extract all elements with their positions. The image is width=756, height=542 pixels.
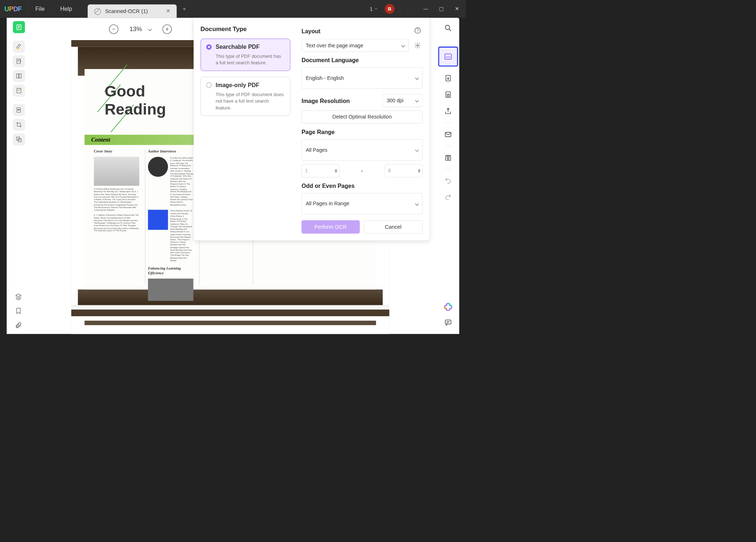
searchable-pdf-option[interactable]: Searchable PDF This type of PDF document… — [200, 39, 290, 71]
svg-rect-7 — [17, 74, 19, 78]
layout-select[interactable]: Text over the page image — [301, 39, 409, 52]
language-select[interactable]: English - English — [301, 67, 422, 89]
maximize-button[interactable]: ▢ — [437, 6, 446, 12]
help-button[interactable]: ? — [413, 26, 422, 35]
separator — [445, 146, 451, 146]
zoom-out-button[interactable]: − — [109, 25, 118, 34]
undo-button[interactable] — [443, 176, 453, 186]
app-logo: UPDF — [4, 5, 22, 13]
ocr-button[interactable]: OCR — [438, 47, 458, 66]
left-sidebar — [6, 18, 31, 334]
ai-button[interactable] — [444, 302, 452, 311]
save-button[interactable] — [443, 153, 453, 163]
svg-text:?: ? — [417, 28, 419, 33]
svg-point-15 — [445, 25, 449, 30]
option-title: Image-only PDF — [216, 82, 259, 89]
tab-close-button[interactable]: ✕ — [166, 8, 170, 14]
separator — [445, 169, 451, 170]
page-range-select[interactable]: All Pages — [301, 139, 422, 160]
cancel-button[interactable]: Cancel — [364, 220, 423, 234]
chevron-down-icon — [415, 99, 419, 102]
headline: Good Reading — [105, 82, 166, 118]
tab-document[interactable]: Scanned-OCR (1) ✕ — [88, 4, 177, 18]
option-desc: This type of PDF document has a full tex… — [206, 53, 284, 66]
form-tool[interactable] — [13, 85, 25, 96]
layers-button[interactable] — [15, 293, 23, 301]
redact-icon — [16, 107, 22, 113]
author-block — [148, 210, 168, 230]
content-label: Content — [84, 137, 110, 143]
new-tab-button[interactable]: + — [182, 5, 186, 13]
odd-even-select[interactable]: All Pages in Range — [301, 193, 422, 214]
pages-tool[interactable] — [13, 70, 25, 82]
search-button[interactable] — [443, 23, 453, 33]
notification-indicator[interactable]: 1 — [370, 6, 378, 12]
ocr-panel: Document Type Searchable PDF This type o… — [194, 18, 429, 240]
col-text: In A World Where Bookstores Are Constant… — [94, 188, 139, 232]
perform-ocr-button[interactable]: Perform OCR — [301, 220, 360, 234]
spin-up-icon[interactable] — [335, 169, 337, 171]
redo-icon — [444, 194, 452, 202]
right-sidebar: OCR — [437, 18, 459, 334]
share-button[interactable] — [443, 106, 453, 116]
email-button[interactable] — [443, 130, 453, 139]
svg-text:OCR: OCR — [446, 56, 451, 58]
highlighter-tool[interactable] — [13, 40, 25, 52]
layout-settings-button[interactable] — [413, 40, 422, 50]
menu-help[interactable]: Help — [60, 5, 72, 12]
menu-file[interactable]: File — [35, 5, 45, 12]
zoom-controls: − 13% + — [109, 25, 172, 34]
spin-down-icon[interactable] — [418, 171, 420, 172]
chevron-down-icon — [374, 7, 378, 11]
form-icon — [16, 87, 22, 94]
detect-resolution-button[interactable]: Detect Optimal Resolution — [301, 111, 422, 124]
layout-label: Layout — [301, 28, 409, 35]
page-to-input[interactable]: 8 — [385, 164, 423, 177]
zoom-in-button[interactable]: + — [162, 25, 172, 34]
image-only-pdf-option[interactable]: Image-only PDF This type of PDF document… — [200, 77, 290, 116]
help-icon: ? — [414, 27, 421, 34]
redact-tool[interactable] — [13, 104, 25, 116]
bookmark-icon — [15, 307, 22, 314]
cover-story-image — [94, 157, 139, 186]
redo-button[interactable] — [443, 193, 453, 203]
layers-icon — [15, 293, 22, 300]
page-range-label: Page Range — [301, 129, 422, 136]
divider — [408, 4, 408, 13]
range-dash: - — [343, 167, 381, 174]
resolution-select[interactable]: 300 dpi — [382, 94, 422, 107]
crop-tool[interactable] — [13, 119, 25, 130]
option-desc: This type of PDF document does not have … — [206, 91, 284, 111]
compare-tool[interactable] — [13, 133, 25, 145]
separator — [16, 100, 22, 100]
user-avatar[interactable]: B — [385, 4, 395, 14]
comment-icon — [444, 319, 452, 326]
edit-tool[interactable] — [13, 55, 25, 67]
page-2 — [71, 310, 389, 334]
reader-mode-button[interactable] — [13, 21, 25, 33]
crop-icon — [16, 121, 22, 128]
share-icon — [444, 107, 452, 115]
page-icon — [16, 24, 22, 30]
divider — [29, 4, 29, 13]
minimize-button[interactable]: — — [421, 6, 430, 12]
bookmark-button[interactable] — [15, 307, 23, 315]
convert-icon — [444, 74, 452, 82]
svg-rect-12 — [18, 109, 20, 110]
spin-down-icon[interactable] — [335, 171, 337, 172]
zoom-value: 13% — [130, 26, 142, 33]
pages-icon — [16, 73, 22, 79]
learning-image — [148, 279, 194, 301]
convert-button[interactable] — [443, 73, 453, 83]
zoom-dropdown[interactable] — [148, 27, 152, 31]
close-window-button[interactable]: ✕ — [453, 6, 462, 12]
comment-button[interactable] — [443, 318, 453, 327]
svg-rect-21 — [447, 95, 449, 96]
spin-up-icon[interactable] — [418, 169, 420, 171]
undo-icon — [444, 177, 452, 185]
paperclip-icon — [15, 322, 22, 329]
attachment-button[interactable] — [15, 322, 23, 330]
tab-title: Scanned-OCR (1) — [105, 8, 162, 14]
page-from-input[interactable]: 1 — [301, 164, 339, 177]
protect-button[interactable] — [443, 90, 453, 99]
